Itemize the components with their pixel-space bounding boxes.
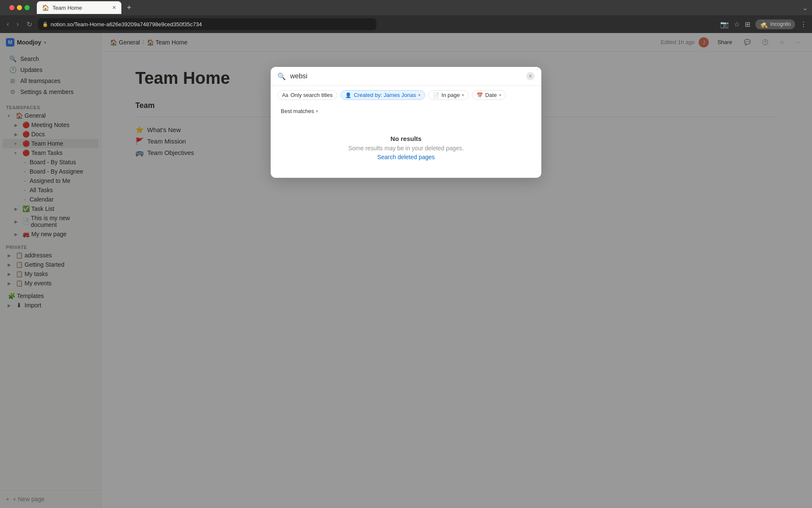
tab-title: Team Home xyxy=(52,5,82,11)
address-text: notion.so/Team-Home-a626e39209a748798e9c… xyxy=(51,21,202,28)
tab-bar: 🏠 Team Home ✕ + ⌄ xyxy=(0,0,812,15)
incognito-label: Incognito xyxy=(770,21,791,27)
new-tab-button[interactable]: + xyxy=(123,2,135,14)
search-clear-button[interactable]: ✕ xyxy=(526,72,535,80)
maximize-dot[interactable] xyxy=(25,5,30,10)
filter-creator-chip[interactable]: 👤 Created by: James Jonas ▾ xyxy=(340,90,425,100)
creator-filter-chevron-icon: ▾ xyxy=(418,93,420,97)
address-bar[interactable]: 🔒 notion.so/Team-Home-a626e39209a748798e… xyxy=(38,18,376,30)
filter-creator-label: Created by: James Jonas xyxy=(354,92,416,98)
clear-icon: ✕ xyxy=(528,73,532,79)
in-page-filter-icon: 📄 xyxy=(433,92,439,98)
no-results-sub: Some results may be in your deleted page… xyxy=(279,145,533,152)
back-button[interactable]: ‹ xyxy=(5,19,11,30)
reload-button[interactable]: ↻ xyxy=(25,19,34,30)
incognito-icon: 🕵 xyxy=(760,20,768,28)
date-filter-icon: 📅 xyxy=(477,92,483,98)
incognito-badge[interactable]: 🕵 Incognito xyxy=(755,19,795,29)
active-tab[interactable]: 🏠 Team Home ✕ xyxy=(37,1,121,14)
browser-chrome: 🏠 Team Home ✕ + ⌄ ‹ › ↻ 🔒 notion.so/Team… xyxy=(0,0,812,33)
filter-date-chip[interactable]: 📅 Date ▾ xyxy=(472,90,505,100)
search-sort: Best matches ▾ xyxy=(271,104,541,118)
address-bar-row: ‹ › ↻ 🔒 notion.so/Team-Home-a626e39209a7… xyxy=(0,15,812,33)
search-deleted-link[interactable]: Search deleted pages xyxy=(377,154,435,160)
date-filter-chevron-icon: ▾ xyxy=(499,93,501,97)
close-dot[interactable] xyxy=(9,5,14,10)
creator-filter-icon: 👤 xyxy=(345,92,351,98)
sort-button[interactable]: Best matches ▾ xyxy=(277,107,535,116)
tab-list-button[interactable]: ⌄ xyxy=(802,4,808,12)
search-overlay[interactable]: 🔍 ✕ Aa Only search titles 👤 Created by: … xyxy=(0,33,812,508)
camera-off-icon: 📷 xyxy=(720,20,729,28)
search-input[interactable] xyxy=(290,72,522,80)
sort-chevron-icon: ▾ xyxy=(316,109,318,113)
search-filters: Aa Only search titles 👤 Created by: Jame… xyxy=(271,86,541,104)
extensions-icon[interactable]: ⊞ xyxy=(745,20,750,28)
tab-close-button[interactable]: ✕ xyxy=(112,5,116,11)
filter-titles-label: Only search titles xyxy=(291,92,333,98)
sort-label: Best matches xyxy=(281,108,314,114)
filter-in-page-label: In page xyxy=(442,92,460,98)
search-modal: 🔍 ✕ Aa Only search titles 👤 Created by: … xyxy=(271,67,541,178)
in-page-filter-chevron-icon: ▾ xyxy=(462,93,464,97)
titles-filter-icon: Aa xyxy=(282,92,288,98)
search-modal-icon: 🔍 xyxy=(277,72,286,80)
filter-date-label: Date xyxy=(485,92,497,98)
search-results: No results Some results may be in your d… xyxy=(271,118,541,178)
lock-icon: 🔒 xyxy=(42,22,48,27)
bookmark-icon[interactable]: ☆ xyxy=(734,20,740,28)
forward-button[interactable]: › xyxy=(15,19,20,30)
minimize-dot[interactable] xyxy=(17,5,22,10)
filter-titles-chip[interactable]: Aa Only search titles xyxy=(277,90,337,100)
chrome-menu-icon[interactable]: ⋮ xyxy=(800,20,807,28)
traffic-lights xyxy=(4,5,35,10)
tab-favicon: 🏠 xyxy=(42,4,49,11)
filter-in-page-chip[interactable]: 📄 In page ▾ xyxy=(428,90,469,100)
search-header: 🔍 ✕ xyxy=(271,67,541,86)
address-bar-actions: 📷 ☆ ⊞ 🕵 Incognito ⋮ xyxy=(720,19,807,29)
no-results-title: No results xyxy=(279,135,533,142)
